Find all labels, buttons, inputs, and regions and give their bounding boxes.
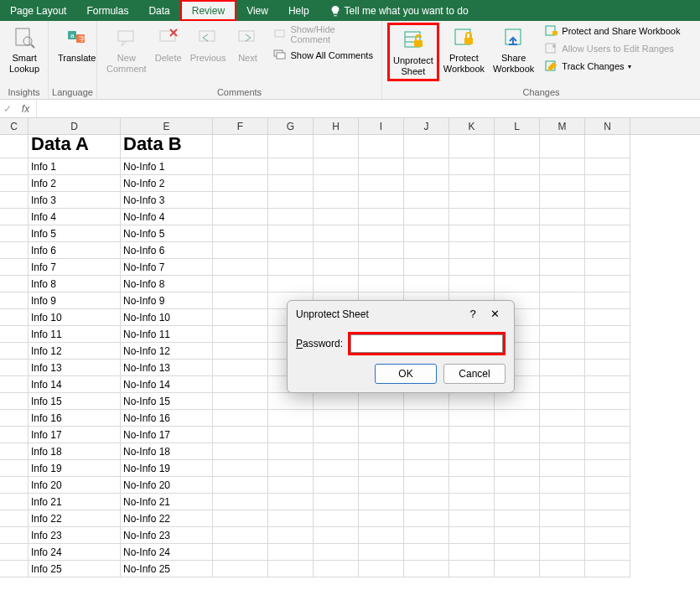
cell[interactable] xyxy=(359,494,404,510)
cell[interactable]: Info 17 xyxy=(29,427,121,443)
cell[interactable] xyxy=(540,309,585,326)
cell[interactable] xyxy=(404,192,449,209)
cell[interactable]: No-Info 17 xyxy=(121,427,213,443)
cell[interactable]: No-Info 1 xyxy=(121,158,213,175)
cell[interactable]: Info 18 xyxy=(29,443,121,460)
cell[interactable] xyxy=(213,561,268,577)
cell[interactable] xyxy=(495,242,540,259)
cell[interactable]: No-Info 13 xyxy=(121,360,213,376)
cell[interactable] xyxy=(495,158,540,175)
ok-button[interactable]: OK xyxy=(375,364,437,384)
cell[interactable] xyxy=(404,158,449,175)
cell[interactable] xyxy=(213,135,268,158)
cell[interactable]: Info 25 xyxy=(29,561,121,577)
cell[interactable] xyxy=(585,410,630,427)
cell[interactable] xyxy=(585,510,630,527)
cell[interactable] xyxy=(540,209,585,225)
cell[interactable] xyxy=(268,259,314,276)
cell[interactable] xyxy=(449,561,495,577)
cell[interactable]: No-Info 25 xyxy=(121,561,213,577)
cell[interactable] xyxy=(540,135,585,158)
cell[interactable] xyxy=(314,510,359,527)
cell[interactable] xyxy=(449,544,495,561)
cell[interactable]: Data B xyxy=(121,135,213,158)
cell[interactable] xyxy=(0,561,29,577)
cell[interactable] xyxy=(540,527,585,544)
cell[interactable]: No-Info 22 xyxy=(121,510,213,527)
cell[interactable] xyxy=(213,242,268,259)
cell[interactable]: Info 4 xyxy=(29,209,121,225)
cell[interactable]: No-Info 6 xyxy=(121,242,213,259)
cell[interactable] xyxy=(268,427,314,443)
cell[interactable] xyxy=(359,460,404,477)
cell[interactable] xyxy=(540,225,585,242)
cell[interactable] xyxy=(0,460,29,477)
cell[interactable] xyxy=(540,326,585,343)
cell[interactable] xyxy=(449,494,495,510)
cell[interactable] xyxy=(404,242,449,259)
cell[interactable] xyxy=(495,192,540,209)
cell[interactable]: Info 13 xyxy=(29,360,121,376)
cell[interactable] xyxy=(314,427,359,443)
cell[interactable]: No-Info 4 xyxy=(121,209,213,225)
cell[interactable] xyxy=(495,410,540,427)
cell[interactable] xyxy=(359,544,404,561)
cell[interactable] xyxy=(0,135,29,158)
cell[interactable] xyxy=(0,309,29,326)
cell[interactable] xyxy=(585,477,630,494)
cell[interactable] xyxy=(268,276,314,292)
col-header-d[interactable]: D xyxy=(29,118,121,135)
cell[interactable] xyxy=(213,460,268,477)
cell[interactable] xyxy=(213,360,268,376)
cell[interactable] xyxy=(540,393,585,410)
cell[interactable] xyxy=(495,393,540,410)
col-header-j[interactable]: J xyxy=(404,118,449,135)
cell[interactable]: No-Info 15 xyxy=(121,393,213,410)
cell[interactable] xyxy=(268,494,314,510)
cell[interactable] xyxy=(449,242,495,259)
cell[interactable] xyxy=(314,242,359,259)
cell[interactable]: Info 1 xyxy=(29,158,121,175)
cell[interactable] xyxy=(449,510,495,527)
col-header-i[interactable]: I xyxy=(359,118,404,135)
cell[interactable] xyxy=(213,192,268,209)
cell[interactable] xyxy=(449,477,495,494)
col-header-k[interactable]: K xyxy=(449,118,495,135)
cell[interactable] xyxy=(213,427,268,443)
cell[interactable] xyxy=(585,393,630,410)
cell[interactable]: Info 14 xyxy=(29,376,121,393)
cell[interactable] xyxy=(359,209,404,225)
cell[interactable] xyxy=(585,292,630,309)
cell[interactable] xyxy=(495,460,540,477)
cell[interactable] xyxy=(359,276,404,292)
cell[interactable] xyxy=(268,242,314,259)
cell[interactable] xyxy=(540,343,585,360)
cell[interactable]: Info 22 xyxy=(29,510,121,527)
cell[interactable] xyxy=(359,410,404,427)
cell[interactable] xyxy=(268,225,314,242)
cell[interactable] xyxy=(585,494,630,510)
cell[interactable] xyxy=(213,376,268,393)
cell[interactable] xyxy=(585,326,630,343)
cell[interactable] xyxy=(213,225,268,242)
cell[interactable] xyxy=(449,276,495,292)
cell[interactable] xyxy=(540,360,585,376)
cell[interactable] xyxy=(314,527,359,544)
cell[interactable] xyxy=(359,477,404,494)
dialog-close-button[interactable]: ✕ xyxy=(484,308,506,320)
cell[interactable] xyxy=(585,561,630,577)
cell[interactable] xyxy=(404,175,449,192)
cell[interactable] xyxy=(213,175,268,192)
cell[interactable] xyxy=(540,158,585,175)
cell[interactable] xyxy=(268,209,314,225)
cell[interactable] xyxy=(585,460,630,477)
cell[interactable] xyxy=(585,209,630,225)
cell[interactable] xyxy=(0,175,29,192)
cell[interactable] xyxy=(585,360,630,376)
cell[interactable]: No-Info 2 xyxy=(121,175,213,192)
cell[interactable] xyxy=(495,276,540,292)
cell[interactable] xyxy=(314,494,359,510)
cell[interactable] xyxy=(404,443,449,460)
cell[interactable] xyxy=(495,135,540,158)
cell[interactable]: Info 7 xyxy=(29,259,121,276)
